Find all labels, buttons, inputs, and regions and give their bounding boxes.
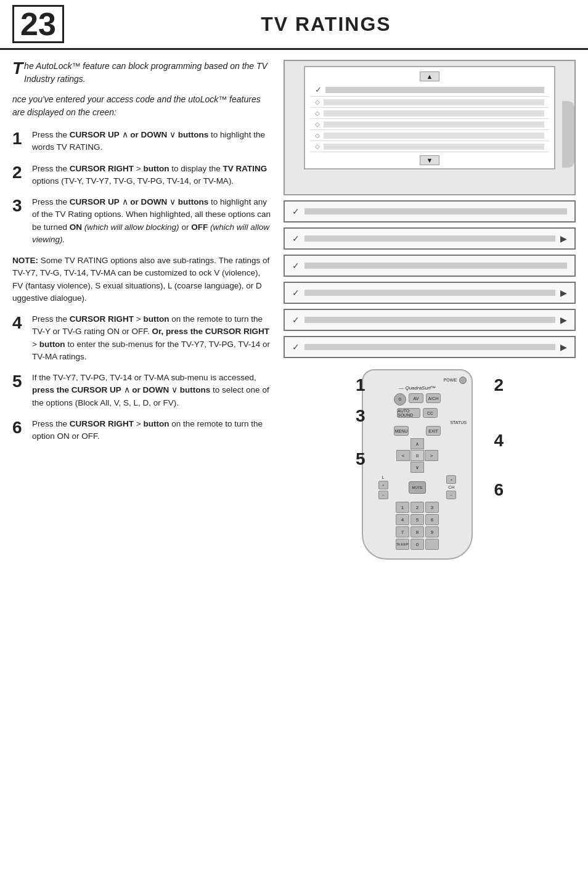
page-header: 23 TV Ratings bbox=[0, 0, 588, 50]
step-4: 4 Press the CURSOR RIGHT > button on the… bbox=[12, 313, 271, 363]
h-panel-4: ✓ ▶ bbox=[284, 282, 576, 304]
vol-controls: L + − bbox=[378, 475, 388, 499]
btn-circle-1[interactable]: ⊙ bbox=[394, 393, 406, 406]
dpad-right[interactable]: > bbox=[425, 450, 438, 461]
h-panel-2-arrow: ▶ bbox=[560, 234, 567, 243]
num-9[interactable]: 9 bbox=[425, 526, 439, 537]
power-label: POWE bbox=[444, 378, 457, 382]
top-menu-panel: ▲ ✓ ◇ ◇ bbox=[284, 60, 576, 195]
h-panel-3: ✓ bbox=[284, 255, 576, 277]
down-arrow-btn[interactable]: ▼ bbox=[310, 155, 550, 165]
overlay-2: 2 bbox=[494, 375, 504, 395]
step-1-number: 1 bbox=[12, 130, 27, 147]
page-number: 23 bbox=[12, 5, 64, 43]
num-1[interactable]: 1 bbox=[396, 502, 409, 513]
num-empty bbox=[425, 539, 439, 550]
step-1: 1 Press the CURSOR UP ∧ or DOWN ∨ button… bbox=[12, 129, 271, 154]
panel-diamond-row-2: ◇ bbox=[310, 108, 550, 119]
num-4[interactable]: 4 bbox=[396, 514, 409, 525]
btn-auto-sound[interactable]: AUTO SOUND bbox=[397, 408, 420, 418]
left-column: The AutoLock™ feature can block programm… bbox=[12, 60, 271, 560]
h-panel-5: ✓ ▶ bbox=[284, 309, 576, 331]
main-content: The AutoLock™ feature can block programm… bbox=[0, 60, 588, 560]
step-2: 2 Press the CURSOR RIGHT > button to dis… bbox=[12, 163, 271, 188]
h-panel-5-arrow: ▶ bbox=[560, 315, 567, 325]
num-3[interactable]: 3 bbox=[425, 502, 439, 513]
step-3-number: 3 bbox=[12, 197, 27, 214]
btn-ach[interactable]: A/CH bbox=[426, 393, 441, 403]
h-panel-1-check: ✓ bbox=[292, 206, 300, 216]
step-6: 6 Press the CURSOR RIGHT > button on the… bbox=[12, 418, 271, 443]
dpad-center[interactable]: II bbox=[410, 450, 424, 461]
step-2-number: 2 bbox=[12, 164, 27, 181]
vol-minus-btn[interactable]: − bbox=[378, 491, 388, 499]
btn-menu[interactable]: MENU bbox=[394, 426, 409, 436]
panel-check-row-1: ✓ bbox=[310, 83, 550, 97]
h-panel-1: ✓ bbox=[284, 200, 576, 223]
ch-plus-btn[interactable]: + bbox=[446, 475, 456, 484]
step-4-number: 4 bbox=[12, 314, 27, 332]
note-label: NOTE: bbox=[12, 256, 38, 265]
h-panel-5-check: ✓ bbox=[292, 315, 300, 325]
h-panel-4-arrow: ▶ bbox=[560, 288, 567, 298]
h-panel-2: ✓ ▶ bbox=[284, 227, 576, 250]
panel-diamond-row-1: ◇ bbox=[310, 97, 550, 108]
panel-diamond-row-4: ◇ bbox=[310, 130, 550, 141]
vol-plus-btn[interactable]: + bbox=[378, 481, 388, 489]
vol-ch-row: L + − MUTE + CH − bbox=[368, 475, 467, 499]
step-5-text: If the TV-Y7, TV-PG, TV-14 or TV-MA sub-… bbox=[32, 372, 271, 409]
power-button[interactable] bbox=[459, 377, 467, 384]
btn-av[interactable]: AV bbox=[409, 393, 423, 403]
btn-exit[interactable]: EXIT bbox=[426, 426, 441, 436]
dpad-down[interactable]: ∨ bbox=[410, 462, 424, 473]
remote-wrapper: 1 2 3 4 5 6 POWE — QuadraSurf™ bbox=[362, 369, 497, 560]
btn-cc[interactable]: CC bbox=[423, 408, 438, 418]
step-3-text: Press the CURSOR UP ∧ or DOWN ∨ buttons … bbox=[32, 196, 271, 246]
overlay-1: 1 bbox=[356, 375, 365, 395]
h-panel-2-check: ✓ bbox=[292, 234, 300, 243]
menu-exit-row: MENU EXIT bbox=[368, 426, 467, 436]
d-pad: ∧ < II > ∨ bbox=[368, 438, 467, 473]
number-grid: 1 2 3 4 5 6 7 8 9 SLEEP 0 bbox=[368, 502, 467, 550]
dpad-up[interactable]: ∧ bbox=[410, 438, 424, 449]
mute-button[interactable]: MUTE bbox=[409, 481, 426, 494]
drop-cap: T bbox=[12, 60, 23, 77]
step-1-text: Press the CURSOR UP ∧ or DOWN ∨ buttons … bbox=[32, 129, 271, 154]
mid-buttons-row: AUTO SOUND CC bbox=[368, 408, 467, 418]
remote-body: POWE — QuadraSurf™ ⊙ AV A/CH bbox=[362, 369, 473, 560]
step-5: 5 If the TV-Y7, TV-PG, TV-14 or TV-MA su… bbox=[12, 372, 271, 409]
panel-diamond-row-3: ◇ bbox=[310, 119, 550, 130]
ch-minus-btn[interactable]: − bbox=[446, 491, 456, 499]
sleep-btn[interactable]: SLEEP bbox=[396, 539, 409, 550]
overlay-6: 6 bbox=[494, 480, 504, 500]
num-7[interactable]: 7 bbox=[396, 526, 409, 537]
remote-diagram: 1 2 3 4 5 6 POWE — QuadraSurf™ bbox=[284, 369, 576, 560]
num-6[interactable]: 6 bbox=[425, 514, 439, 525]
num-0[interactable]: 0 bbox=[410, 539, 424, 550]
step-3: 3 Press the CURSOR UP ∧ or DOWN ∨ button… bbox=[12, 196, 271, 246]
top-buttons-row: ⊙ AV A/CH bbox=[368, 393, 467, 406]
step-6-number: 6 bbox=[12, 419, 27, 436]
up-arrow-btn[interactable]: ▲ bbox=[310, 71, 550, 81]
page-title: TV Ratings bbox=[76, 13, 576, 36]
num-5[interactable]: 5 bbox=[410, 514, 424, 525]
status-label: STATUS bbox=[368, 420, 467, 425]
overlay-3: 3 bbox=[356, 406, 365, 426]
h-panel-6: ✓ ▶ bbox=[284, 336, 576, 358]
ch-controls: + CH − bbox=[446, 475, 456, 499]
num-8[interactable]: 8 bbox=[410, 526, 424, 537]
h-panel-6-check: ✓ bbox=[292, 342, 300, 352]
step-2-text: Press the CURSOR RIGHT > button to displ… bbox=[32, 163, 271, 188]
overlay-4: 4 bbox=[494, 431, 504, 451]
dpad-left[interactable]: < bbox=[396, 450, 410, 461]
intro-paragraph-1: The AutoLock™ feature can block programm… bbox=[12, 60, 271, 86]
note-section: NOTE: Some TV RATING options also ave su… bbox=[12, 255, 271, 304]
num-2[interactable]: 2 bbox=[410, 502, 424, 513]
h-panel-6-arrow: ▶ bbox=[560, 342, 567, 352]
h-panel-3-check: ✓ bbox=[292, 261, 300, 271]
step-5-number: 5 bbox=[12, 373, 27, 390]
step-4-text: Press the CURSOR RIGHT > button on the r… bbox=[32, 313, 271, 363]
vol-label-l: L bbox=[382, 475, 385, 480]
page-container: 23 TV Ratings The AutoLock™ feature can … bbox=[0, 0, 588, 882]
h-panel-4-check: ✓ bbox=[292, 288, 300, 298]
